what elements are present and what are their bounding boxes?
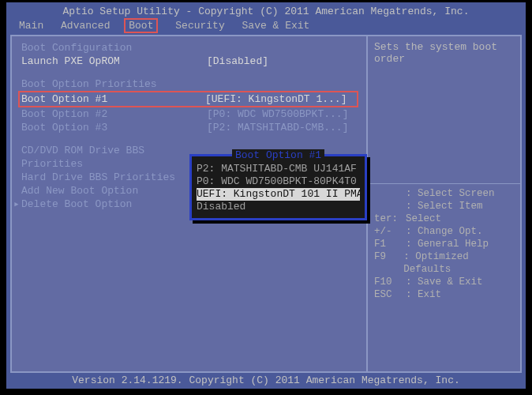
arrow-icon: ▸ bbox=[13, 198, 20, 211]
menu-main[interactable]: Main bbox=[19, 20, 43, 32]
popup-option-3[interactable]: Disabled bbox=[197, 201, 360, 213]
help-text: Sets the system boot order bbox=[374, 41, 514, 65]
hk-f9: : Optimized Defaults bbox=[403, 250, 514, 276]
menu-boot[interactable]: Boot bbox=[124, 18, 158, 33]
menu-bar: Main Advanced Boot Security Save & Exit bbox=[6, 18, 526, 35]
hk-screen: : Select Screen bbox=[406, 187, 495, 200]
hk-f1-k: F1 bbox=[374, 238, 406, 250]
boot-option-1-value: [UEFI: KingstonDT 1...] bbox=[205, 92, 347, 106]
boot-option-2-label: Boot Option #2 bbox=[21, 107, 207, 121]
help-keys: : Select Screen : Select Item ter:Select… bbox=[374, 183, 514, 301]
pxe-value[interactable]: [Disabled] bbox=[207, 55, 268, 68]
priorities-heading: Boot Option Priorities bbox=[21, 77, 207, 91]
hk-item: : Select Item bbox=[406, 200, 483, 213]
boot-option-1-label: Boot Option #1 bbox=[21, 92, 205, 106]
hk-esc: : Exit bbox=[406, 288, 441, 301]
cddvd-bbs[interactable]: CD/DVD ROM Drive BBS Priorities bbox=[21, 144, 207, 171]
hk-plusminus: : Change Opt. bbox=[406, 225, 483, 238]
boot-config-heading: Boot Configuration bbox=[21, 41, 207, 55]
hk-enter: Select bbox=[406, 213, 441, 225]
hk-plusminus-k: +/- bbox=[374, 225, 406, 238]
hdd-bbs[interactable]: Hard Drive BBS Priorities bbox=[21, 171, 207, 184]
hk-f1: : General Help bbox=[406, 238, 489, 250]
hk-f9-k: F9 bbox=[374, 250, 403, 276]
menu-advanced[interactable]: Advanced bbox=[61, 20, 110, 32]
popup-option-2[interactable]: UEFI: KingstonDT 101 II PMAP bbox=[197, 188, 360, 201]
boot-option-3[interactable]: Boot Option #3 [P2: MATSHITABD-CMB...] bbox=[21, 121, 358, 134]
add-boot-option[interactable]: Add New Boot Option bbox=[21, 184, 207, 198]
hk-f10: : Save & Exit bbox=[406, 276, 483, 288]
menu-security[interactable]: Security bbox=[175, 20, 224, 32]
boot-option-popup: Boot Option #1 P2: MATSHITABD-CMB UJ141A… bbox=[189, 154, 367, 220]
footer: Version 2.14.1219. Copyright (C) 2011 Am… bbox=[10, 373, 522, 389]
boot-option-2[interactable]: Boot Option #2 [P0: WDC WD7500BPKT...] bbox=[21, 107, 358, 121]
popup-title: Boot Option #1 bbox=[232, 149, 324, 161]
hk-f10-k: F10 bbox=[374, 276, 406, 288]
boot-option-2-value: [P0: WDC WD7500BPKT...] bbox=[207, 107, 348, 121]
hk-esc-k: ESC bbox=[374, 288, 406, 301]
popup-option-0[interactable]: P2: MATSHITABD-CMB UJ141AF bbox=[197, 163, 360, 175]
boot-option-3-label: Boot Option #3 bbox=[21, 121, 207, 134]
boot-option-1[interactable]: Boot Option #1 [UEFI: KingstonDT 1...] bbox=[18, 91, 358, 107]
boot-option-3-value: [P2: MATSHITABD-CMB...] bbox=[207, 121, 348, 134]
title-bar: Aptio Setup Utility - Copyright (C) 2011… bbox=[6, 2, 526, 18]
pxe-label[interactable]: Launch PXE OpROM bbox=[21, 55, 207, 68]
popup-option-1[interactable]: P0: WDC WD7500BPKT-80PK4T0 bbox=[197, 175, 360, 188]
hk-enter-k: ter: bbox=[374, 213, 406, 225]
delete-boot-option[interactable]: Delete Boot Option bbox=[21, 198, 207, 211]
menu-save-exit[interactable]: Save & Exit bbox=[242, 20, 310, 32]
right-pane: Sets the system boot order : Select Scre… bbox=[366, 36, 520, 371]
